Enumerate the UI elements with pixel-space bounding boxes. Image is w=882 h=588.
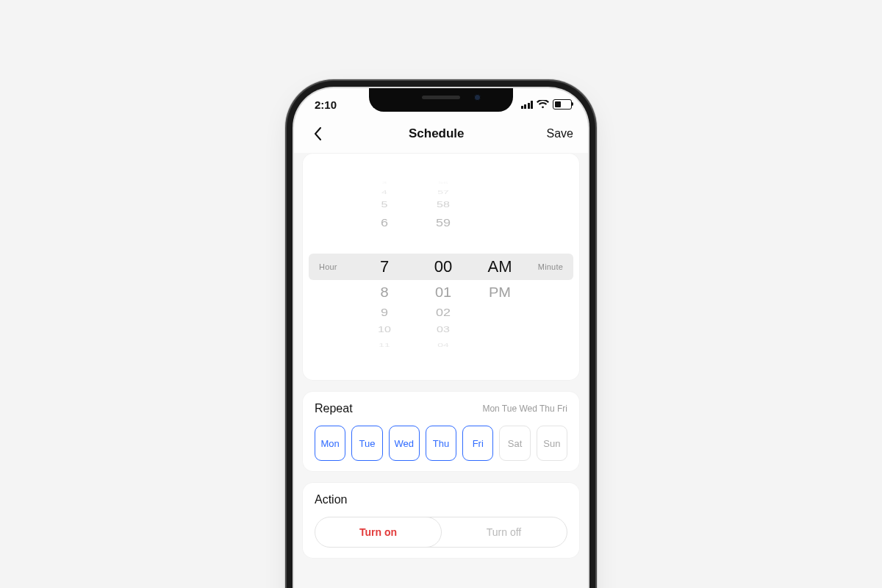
minute-wheel[interactable]: 56 57 58 59 00 01 02 03 04 xyxy=(421,171,465,362)
ampm-option[interactable]: PM xyxy=(480,281,520,304)
day-sat[interactable]: Sat xyxy=(499,426,530,461)
minute-option[interactable]: 01 xyxy=(421,281,465,304)
minute-option[interactable]: 58 xyxy=(421,197,465,213)
action-card: Action Turn on Turn off xyxy=(303,483,579,558)
hour-option[interactable]: 6 xyxy=(362,212,406,232)
repeat-label: Repeat xyxy=(315,402,353,415)
status-time: 2:10 xyxy=(315,98,337,111)
action-turn-off[interactable]: Turn off xyxy=(441,517,567,547)
wifi-icon xyxy=(537,100,549,109)
minute-option[interactable]: 59 xyxy=(421,212,465,232)
time-picker[interactable]: Hour Minute 3 4 5 6 7 8 9 10 11 xyxy=(309,171,573,362)
device-notch xyxy=(369,88,513,112)
hour-option[interactable]: 10 xyxy=(362,322,406,338)
action-segment: Turn on Turn off xyxy=(315,517,567,548)
hour-wheel[interactable]: 3 4 5 6 7 8 9 10 11 xyxy=(362,171,406,362)
minute-option[interactable]: 03 xyxy=(421,322,465,338)
day-wed[interactable]: Wed xyxy=(389,426,420,461)
day-fri[interactable]: Fri xyxy=(462,426,493,461)
hour-option[interactable]: 8 xyxy=(362,281,406,304)
hour-option[interactable]: 9 xyxy=(362,302,406,322)
signal-icon xyxy=(521,101,534,109)
hour-option[interactable]: 5 xyxy=(362,197,406,213)
ampm-selected[interactable]: AM xyxy=(480,255,520,279)
ampm-wheel[interactable]: AM PM xyxy=(480,171,520,362)
day-sun[interactable]: Sun xyxy=(537,426,567,461)
repeat-summary: Mon Tue Wed Thu Fri xyxy=(482,404,567,414)
nav-bar: Schedule Save xyxy=(294,121,588,153)
day-thu[interactable]: Thu xyxy=(426,426,456,461)
time-picker-card: Hour Minute 3 4 5 6 7 8 9 10 11 xyxy=(303,154,579,380)
battery-icon xyxy=(553,99,572,110)
repeat-card: Repeat Mon Tue Wed Thu Fri Mon Tue Wed T… xyxy=(303,392,579,471)
day-mon[interactable]: Mon xyxy=(315,426,345,461)
page-title: Schedule xyxy=(409,126,465,141)
minute-option[interactable]: 04 xyxy=(421,339,465,351)
action-turn-on[interactable]: Turn on xyxy=(315,517,442,548)
hour-selected[interactable]: 7 xyxy=(362,255,406,279)
weekday-selector: Mon Tue Wed Thu Fri Sat Sun xyxy=(315,426,567,461)
hour-option[interactable]: 11 xyxy=(362,339,406,351)
phone-frame: 2:10 Schedule Save xyxy=(294,88,588,588)
action-label: Action xyxy=(315,493,567,506)
minute-selected[interactable]: 00 xyxy=(421,255,465,279)
minute-option[interactable]: 02 xyxy=(421,302,465,322)
day-tue[interactable]: Tue xyxy=(351,426,382,461)
back-button[interactable] xyxy=(309,125,326,143)
save-button[interactable]: Save xyxy=(547,127,573,140)
